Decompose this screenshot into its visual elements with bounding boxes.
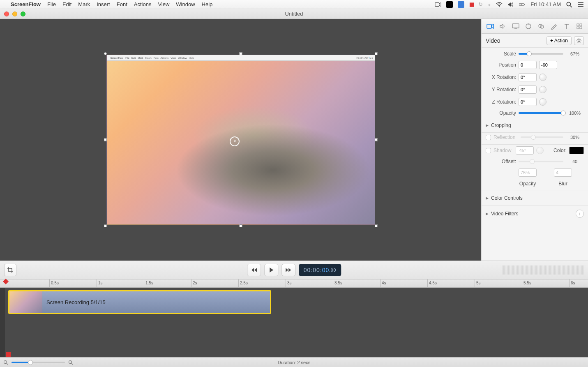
cropping-disclosure[interactable]: ▶Cropping [486, 120, 584, 131]
reflection-checkbox[interactable] [486, 135, 491, 140]
battery-icon[interactable] [519, 1, 526, 8]
ruler-tick: 1s [97, 279, 103, 287]
svg-line-29 [580, 42, 581, 42]
minimize-button[interactable] [12, 12, 17, 16]
tab-media[interactable] [575, 22, 584, 31]
clip-preview[interactable]: ScreenFlowFileEditMarkInsertFontActionsV… [106, 55, 375, 225]
svg-rect-9 [487, 24, 491, 28]
dropbox-icon[interactable]: ⬨ [488, 1, 491, 7]
shadow-opacity-input[interactable] [519, 168, 537, 177]
rewind-button[interactable] [247, 264, 261, 276]
timeline-clip[interactable]: Screen Recording 5/1/15 [8, 290, 271, 314]
zoom-in-icon[interactable] [68, 360, 73, 365]
menu-font[interactable]: Font [117, 1, 127, 7]
timecode-display[interactable]: 00:00:00.00 [299, 264, 341, 276]
tab-touch[interactable] [537, 22, 546, 31]
camera-icon[interactable] [435, 1, 441, 8]
zoom-out-icon[interactable] [3, 360, 8, 365]
menu-file[interactable]: File [47, 1, 56, 7]
add-filter-button[interactable]: + [576, 210, 584, 218]
spotlight-icon[interactable] [566, 1, 572, 8]
mac-menubar: ScreenFlow File Edit Mark Insert Font Ac… [0, 0, 588, 9]
timeline-ruler[interactable]: 0.5s 1s 1.5s 2s 2.5s 3s 3.5s 4s 4.5s 5s … [0, 279, 588, 288]
svg-point-1 [499, 6, 500, 7]
svg-rect-10 [512, 24, 519, 28]
app-icon-blue[interactable] [458, 1, 464, 8]
zoom-slider[interactable] [12, 362, 65, 363]
svg-point-4 [567, 2, 570, 6]
tab-text[interactable] [562, 22, 571, 31]
inspector-gear-button[interactable] [574, 36, 584, 45]
tab-audio[interactable] [498, 22, 507, 31]
menu-mark[interactable]: Mark [78, 1, 90, 7]
svg-line-35 [71, 363, 73, 365]
timeline-footer: Duration: 2 secs [0, 357, 588, 367]
ruler-tick: 3.5s [333, 279, 342, 287]
shadow-checkbox[interactable] [486, 148, 491, 153]
audio-meter [502, 265, 584, 275]
menu-edit[interactable]: Edit [62, 1, 71, 7]
zoom-button[interactable] [21, 12, 25, 16]
yrot-dial[interactable] [539, 86, 546, 93]
in-out-marker[interactable] [6, 352, 11, 357]
crop-tool-button[interactable] [4, 264, 16, 276]
position-y-input[interactable] [539, 61, 557, 69]
xrot-input[interactable] [519, 73, 537, 81]
playhead[interactable] [3, 279, 9, 284]
close-button[interactable] [4, 12, 9, 16]
shadow-color-label: Color: [553, 148, 567, 153]
menu-window[interactable]: Window [176, 1, 195, 7]
opacity-slider[interactable] [519, 112, 563, 114]
color-controls-disclosure[interactable]: ▶Color Controls [486, 193, 584, 203]
reflection-slider[interactable] [521, 136, 563, 138]
yrot-input[interactable] [519, 85, 537, 94]
position-x-input[interactable] [519, 61, 537, 69]
menu-extras-icon[interactable] [577, 1, 584, 8]
clip-thumbnail [9, 291, 42, 313]
zrot-dial[interactable] [539, 98, 546, 106]
record-pause-icon[interactable]: ▮▮ [469, 1, 473, 7]
svg-line-33 [7, 363, 8, 365]
fastforward-button[interactable] [281, 264, 295, 276]
shadow-angle-dial[interactable] [536, 147, 544, 154]
offset-slider[interactable] [519, 161, 563, 162]
clip-name: Screen Recording 5/1/15 [42, 299, 106, 305]
xrot-dial[interactable] [539, 74, 546, 81]
play-button[interactable] [264, 264, 278, 276]
wifi-icon[interactable] [496, 1, 503, 8]
shadow-blur-input[interactable] [554, 168, 572, 177]
timeline-tracks[interactable]: Screen Recording 5/1/15 [0, 288, 588, 357]
menu-actions[interactable]: Actions [134, 1, 152, 7]
xrot-label: X Rotation: [486, 74, 516, 80]
svg-rect-21 [577, 27, 579, 29]
clock-text[interactable]: Fri 10:41 AM [530, 1, 561, 7]
selected-clip-canvas[interactable]: ScreenFlowFileEditMarkInsertFontActionsV… [106, 55, 375, 225]
duration-label: Duration: 2 secs [278, 360, 310, 365]
inspector-tabs [482, 19, 588, 34]
video-filters-label: Video Filters [491, 211, 518, 217]
evernote-icon[interactable] [446, 1, 453, 8]
tab-callout[interactable] [524, 22, 533, 31]
app-name[interactable]: ScreenFlow [11, 1, 41, 7]
menu-insert[interactable]: Insert [97, 1, 110, 7]
shadow-color-well[interactable] [569, 147, 584, 154]
volume-icon[interactable] [507, 1, 514, 8]
add-action-button[interactable]: + Action [546, 36, 572, 45]
tab-video[interactable] [486, 22, 495, 31]
canvas-area[interactable]: ScreenFlowFileEditMarkInsertFontActionsV… [0, 19, 481, 261]
zrot-input[interactable] [519, 98, 537, 106]
svg-point-23 [578, 39, 580, 42]
video-filters-disclosure[interactable]: ▶Video Filters + [486, 207, 584, 220]
tab-screen[interactable] [511, 22, 520, 31]
scale-slider[interactable] [519, 53, 563, 55]
svg-rect-0 [435, 2, 439, 6]
window-titlebar: Untitled [0, 9, 588, 19]
ruler-tick: 6s [569, 279, 575, 287]
shadow-angle-input[interactable] [516, 146, 534, 155]
menu-view[interactable]: View [158, 1, 169, 7]
svg-line-28 [577, 39, 578, 39]
tab-annotations[interactable] [549, 22, 558, 31]
menu-help[interactable]: Help [202, 1, 213, 7]
timemachine-icon[interactable]: ↻ [478, 1, 483, 7]
svg-line-30 [577, 42, 578, 42]
